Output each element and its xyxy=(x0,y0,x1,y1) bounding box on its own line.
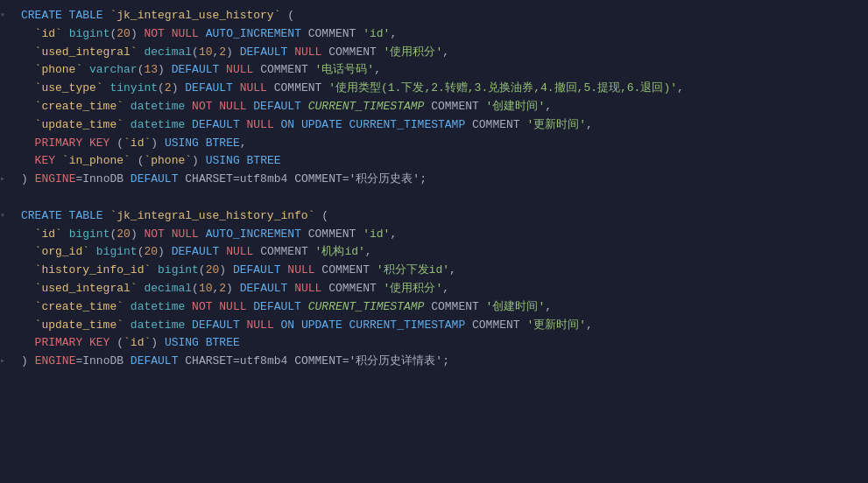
line-content: `used_integral` decimal(10,2) DEFAULT NU… xyxy=(12,280,868,298)
code-line: `org_id` bigint(20) DEFAULT NULL COMMENT… xyxy=(0,243,868,262)
code-editor: ▾ CREATE TABLE `jk_integral_use_history`… xyxy=(0,0,868,396)
code-line: `phone` varchar(13) DEFAULT NULL COMMENT… xyxy=(0,61,868,80)
line-content: `create_time` datetime NOT NULL DEFAULT … xyxy=(12,98,868,116)
code-line: `create_time` datetime NOT NULL DEFAULT … xyxy=(0,98,868,116)
line-content: PRIMARY KEY (`id`) USING BTREE, xyxy=(12,135,868,153)
fold-icon xyxy=(0,243,12,245)
code-line: KEY `in_phone` (`phone`) USING BTREE xyxy=(0,152,868,171)
line-content: CREATE TABLE `jk_integral_use_history_in… xyxy=(12,207,868,226)
code-line: `id` bigint(20) NOT NULL AUTO_INCREMENT … xyxy=(0,25,868,44)
fold-icon[interactable]: ▾ xyxy=(0,7,12,23)
fold-icon[interactable]: ▸ xyxy=(0,171,12,186)
code-line: `used_integral` decimal(10,2) DEFAULT NU… xyxy=(0,44,868,62)
fold-icon xyxy=(0,262,12,263)
code-line: PRIMARY KEY (`id`) USING BTREE xyxy=(0,334,868,353)
code-line: ▸ ) ENGINE=InnoDB DEFAULT CHARSET=utf8mb… xyxy=(0,353,868,371)
code-line: PRIMARY KEY (`id`) USING BTREE, xyxy=(0,135,868,153)
fold-icon xyxy=(0,371,12,373)
line-content: `create_time` datetime NOT NULL DEFAULT … xyxy=(12,298,868,317)
fold-icon xyxy=(0,226,12,228)
code-line: `update_time` datetime DEFAULT NULL ON U… xyxy=(0,116,868,135)
fold-icon[interactable]: ▾ xyxy=(0,207,12,223)
line-content: `id` bigint(20) NOT NULL AUTO_INCREMENT … xyxy=(12,25,868,44)
code-line xyxy=(0,371,868,389)
code-line: ▾ CREATE TABLE `jk_integral_use_history_… xyxy=(0,207,868,226)
line-content: PRIMARY KEY (`id`) USING BTREE xyxy=(12,334,868,353)
code-line: `use_type` tinyint(2) DEFAULT NULL COMME… xyxy=(0,80,868,98)
line-content: `used_integral` decimal(10,2) DEFAULT NU… xyxy=(12,44,868,62)
fold-icon xyxy=(0,98,12,100)
line-content: ) ENGINE=InnoDB DEFAULT CHARSET=utf8mb4 … xyxy=(12,171,868,189)
fold-icon[interactable]: ▸ xyxy=(0,353,12,368)
code-line: ▾ CREATE TABLE `jk_integral_use_history`… xyxy=(0,7,868,25)
code-line: `create_time` datetime NOT NULL DEFAULT … xyxy=(0,298,868,317)
line-content: `id` bigint(20) NOT NULL AUTO_INCREMENT … xyxy=(12,226,868,244)
line-content: KEY `in_phone` (`phone`) USING BTREE xyxy=(12,152,868,171)
code-line: `update_time` datetime DEFAULT NULL ON U… xyxy=(0,317,868,335)
line-content xyxy=(12,371,868,389)
fold-icon xyxy=(0,317,12,318)
code-line: `id` bigint(20) NOT NULL AUTO_INCREMENT … xyxy=(0,226,868,244)
line-content: `history_info_id` bigint(20) DEFAULT NUL… xyxy=(12,262,868,280)
fold-icon xyxy=(0,334,12,336)
fold-icon xyxy=(0,135,12,136)
fold-icon xyxy=(0,280,12,282)
line-content: `org_id` bigint(20) DEFAULT NULL COMMENT… xyxy=(12,243,868,262)
line-content: CREATE TABLE `jk_integral_use_history` ( xyxy=(12,7,868,25)
line-content: `use_type` tinyint(2) DEFAULT NULL COMME… xyxy=(12,80,868,98)
code-line: ▸ ) ENGINE=InnoDB DEFAULT CHARSET=utf8mb… xyxy=(0,171,868,189)
line-content: `phone` varchar(13) DEFAULT NULL COMMENT… xyxy=(12,61,868,80)
fold-icon xyxy=(0,80,12,81)
fold-icon xyxy=(0,152,12,154)
fold-icon xyxy=(0,189,12,191)
line-content: `update_time` datetime DEFAULT NULL ON U… xyxy=(12,317,868,335)
code-line xyxy=(0,189,868,207)
line-content xyxy=(12,189,868,207)
line-content: `update_time` datetime DEFAULT NULL ON U… xyxy=(12,116,868,135)
fold-icon xyxy=(0,116,12,118)
code-line: `used_integral` decimal(10,2) DEFAULT NU… xyxy=(0,280,868,298)
fold-icon xyxy=(0,44,12,46)
code-line: `history_info_id` bigint(20) DEFAULT NUL… xyxy=(0,262,868,280)
line-content: ) ENGINE=InnoDB DEFAULT CHARSET=utf8mb4 … xyxy=(12,353,868,371)
fold-icon xyxy=(0,61,12,63)
fold-icon xyxy=(0,298,12,300)
fold-icon xyxy=(0,25,12,27)
